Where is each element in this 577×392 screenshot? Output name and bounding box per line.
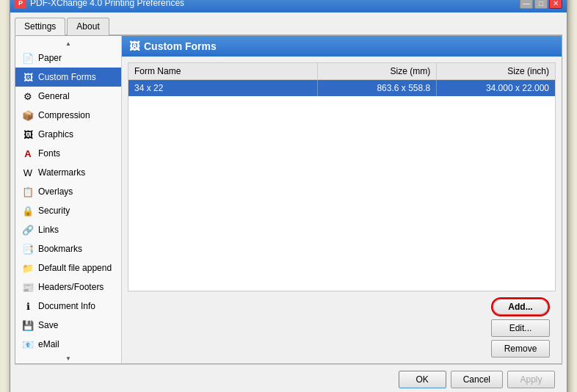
tab-settings[interactable]: Settings bbox=[15, 18, 65, 35]
sidebar-item-paper-label: Paper bbox=[38, 53, 62, 63]
overlays-icon: 📋 bbox=[21, 185, 35, 198]
panel-header-icon: 🖼 bbox=[129, 40, 139, 52]
panel-title: Custom Forms bbox=[144, 40, 217, 52]
sidebar-item-document-info[interactable]: ℹ Document Info bbox=[15, 297, 121, 316]
add-button[interactable]: Add... bbox=[491, 297, 550, 316]
tab-bar: Settings About bbox=[15, 17, 562, 35]
main-panel: 🖼 Custom Forms Form Name Size (mm) Size … bbox=[122, 36, 562, 363]
paper-icon: 📄 bbox=[21, 51, 35, 65]
fonts-icon: A bbox=[21, 147, 35, 160]
sidebar-item-graphics[interactable]: 🖼 Graphics bbox=[15, 125, 121, 144]
sidebar-item-fonts-label: Fonts bbox=[38, 148, 60, 159]
sidebar-item-general[interactable]: ⚙ General bbox=[15, 87, 121, 106]
general-icon: ⚙ bbox=[21, 90, 35, 103]
sidebar-item-default-file-append[interactable]: 📁 Default file append bbox=[15, 258, 121, 277]
table-row[interactable]: 34 x 22 863.6 x 558.8 34.000 x 22.000 bbox=[128, 80, 555, 96]
sidebar-item-graphics-label: Graphics bbox=[38, 129, 73, 139]
sidebar-item-watermarks-label: Watermarks bbox=[38, 167, 85, 178]
column-size-inch: Size (inch) bbox=[437, 63, 555, 79]
headers-footers-icon: 📰 bbox=[21, 280, 35, 294]
sidebar-item-overlays[interactable]: 📋 Overlays bbox=[15, 182, 121, 201]
graphics-icon: 🖼 bbox=[21, 128, 35, 141]
save-icon: 💾 bbox=[21, 319, 35, 332]
sidebar-item-links[interactable]: 🔗 Links bbox=[15, 220, 121, 239]
sidebar-item-compression-label: Compression bbox=[38, 110, 90, 120]
sidebar-item-headers-footers-label: Headers/Footers bbox=[38, 282, 104, 292]
sidebar-item-watermarks[interactable]: W Watermarks bbox=[15, 163, 121, 182]
sidebar-item-paper[interactable]: 📄 Paper bbox=[15, 48, 121, 68]
document-info-icon: ℹ bbox=[21, 300, 35, 313]
sidebar-item-mail-label: eMail bbox=[38, 339, 59, 349]
security-icon: 🔒 bbox=[21, 204, 35, 217]
watermarks-icon: W bbox=[21, 166, 35, 179]
remove-button[interactable]: Remove bbox=[491, 340, 550, 357]
sidebar-scroll-up[interactable]: ▲ bbox=[15, 39, 121, 48]
sidebar-item-links-label: Links bbox=[38, 225, 59, 235]
title-controls: — □ ✕ bbox=[520, 0, 562, 9]
window-title: PDF-XChange 4.0 Printing Preferences bbox=[30, 0, 184, 8]
sidebar-item-mail[interactable]: 📧 eMail bbox=[15, 335, 121, 354]
tab-about[interactable]: About bbox=[67, 18, 109, 35]
sidebar-item-bookmarks[interactable]: 📑 Bookmarks bbox=[15, 239, 121, 258]
sidebar-item-fonts[interactable]: A Fonts bbox=[15, 144, 121, 163]
sidebar-item-compression[interactable]: 📦 Compression bbox=[15, 106, 121, 125]
sidebar-item-save[interactable]: 💾 Save bbox=[15, 316, 121, 335]
column-form-name: Form Name bbox=[128, 63, 318, 79]
title-bar-left: P PDF-XChange 4.0 Printing Preferences bbox=[15, 0, 184, 9]
row-size-inch: 34.000 x 22.000 bbox=[437, 80, 555, 96]
sidebar-item-custom-forms-label: Custom Forms bbox=[38, 72, 96, 82]
sidebar-scroll-down[interactable]: ▼ bbox=[15, 354, 121, 363]
edit-button[interactable]: Edit... bbox=[491, 319, 550, 337]
maximize-button[interactable]: □ bbox=[534, 0, 548, 9]
sidebar-item-document-info-label: Document Info bbox=[38, 301, 95, 311]
row-size-mm: 863.6 x 558.8 bbox=[318, 80, 437, 96]
window-body: Settings About ▲ 📄 Paper 🖼 Custom Forms bbox=[10, 12, 567, 392]
sidebar-item-security[interactable]: 🔒 Security bbox=[15, 201, 121, 220]
links-icon: 🔗 bbox=[21, 223, 35, 236]
sidebar: ▲ 📄 Paper 🖼 Custom Forms ⚙ General 📦 Com… bbox=[15, 36, 122, 363]
compression-icon: 📦 bbox=[21, 109, 35, 122]
panel-content: Form Name Size (mm) Size (inch) 34 x 22 … bbox=[122, 57, 562, 363]
title-bar: P PDF-XChange 4.0 Printing Preferences —… bbox=[10, 0, 567, 12]
sidebar-item-general-label: General bbox=[38, 91, 70, 101]
default-file-append-icon: 📁 bbox=[21, 261, 35, 275]
minimize-button[interactable]: — bbox=[520, 0, 533, 9]
table-header: Form Name Size (mm) Size (inch) bbox=[128, 63, 555, 80]
sidebar-item-security-label: Security bbox=[38, 206, 70, 216]
bookmarks-icon: 📑 bbox=[21, 242, 35, 255]
buttons-panel: Add... Edit... Remove bbox=[128, 291, 556, 357]
content-area: ▲ 📄 Paper 🖼 Custom Forms ⚙ General 📦 Com… bbox=[15, 35, 562, 364]
panel-header: 🖼 Custom Forms bbox=[122, 36, 562, 57]
column-size-mm: Size (mm) bbox=[318, 63, 437, 79]
close-button[interactable]: ✕ bbox=[549, 0, 562, 9]
main-window: P PDF-XChange 4.0 Printing Preferences —… bbox=[10, 0, 567, 392]
app-icon: P bbox=[15, 0, 26, 9]
ok-button[interactable]: OK bbox=[399, 371, 446, 388]
cancel-button[interactable]: Cancel bbox=[451, 371, 503, 388]
sidebar-item-custom-forms[interactable]: 🖼 Custom Forms bbox=[15, 68, 121, 87]
sidebar-item-bookmarks-label: Bookmarks bbox=[38, 244, 82, 254]
sidebar-item-default-file-append-label: Default file append bbox=[38, 263, 112, 273]
forms-table: Form Name Size (mm) Size (inch) 34 x 22 … bbox=[128, 62, 556, 291]
apply-button[interactable]: Apply bbox=[507, 371, 555, 388]
footer: OK Cancel Apply bbox=[15, 364, 562, 392]
sidebar-item-save-label: Save bbox=[38, 320, 58, 330]
row-form-name: 34 x 22 bbox=[128, 80, 318, 96]
sidebar-item-overlays-label: Overlays bbox=[38, 186, 73, 197]
mail-icon: 📧 bbox=[21, 338, 35, 351]
custom-forms-icon: 🖼 bbox=[21, 70, 35, 84]
sidebar-item-headers-footers[interactable]: 📰 Headers/Footers bbox=[15, 277, 121, 297]
